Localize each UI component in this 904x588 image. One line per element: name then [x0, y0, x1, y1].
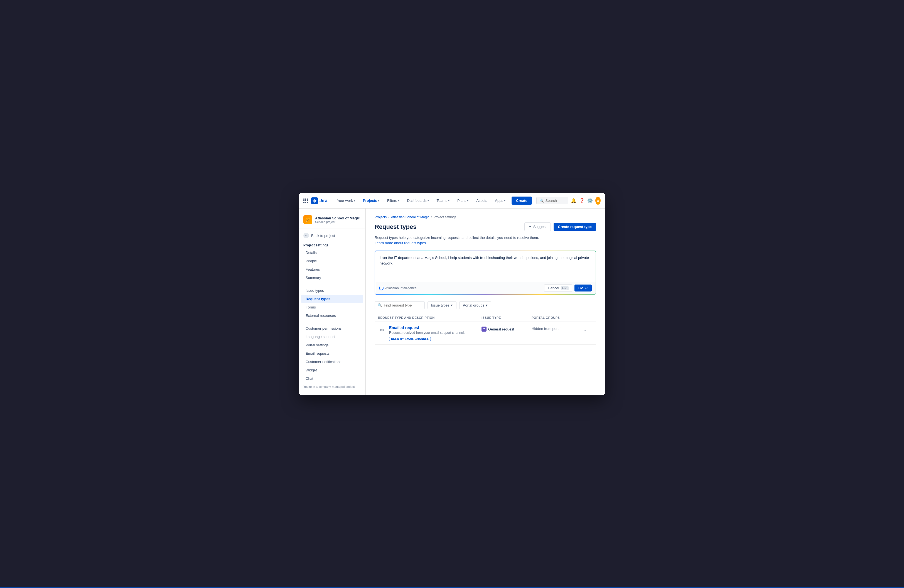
issue-type-icon: ? — [482, 327, 487, 332]
portal-groups-cell: Hidden from portal — [532, 326, 582, 331]
jira-logo[interactable]: Jira — [311, 198, 327, 204]
suggest-button[interactable]: ✦ Suggest — [525, 223, 551, 231]
chevron-down-icon: ▾ — [451, 303, 453, 307]
ai-footer: Atlassian Intelligence Cancel Esc Go ↵ — [375, 282, 596, 294]
breadcrumb-projects[interactable]: Projects — [375, 215, 387, 219]
chevron-down-icon: ▾ — [504, 199, 506, 202]
sidebar: 🪄 Atlassian School of Magic Service proj… — [299, 209, 366, 395]
ai-suggestion-box: I run the IT department at a Magic Schoo… — [375, 251, 596, 294]
search-input[interactable] — [545, 199, 565, 203]
nav-filters[interactable]: Filters ▾ — [384, 197, 402, 204]
filter-row: 🔍 Issue types ▾ Portal groups ▾ — [375, 301, 596, 309]
learn-more-link[interactable]: Learn more about request types. — [375, 241, 596, 245]
breadcrumb-sep-1: / — [388, 215, 389, 219]
used-by-badge: USED BY EMAIL CHANNEL — [389, 337, 431, 341]
project-info: Atlassian School of Magic Service projec… — [315, 216, 360, 224]
chevron-down-icon: ▾ — [378, 199, 379, 202]
create-request-type-button[interactable]: Create request type — [553, 223, 596, 231]
chevron-down-icon: ▾ — [467, 199, 468, 202]
sidebar-item-external-resources[interactable]: External resources — [301, 311, 363, 319]
issue-types-filter-button[interactable]: Issue types ▾ — [428, 301, 457, 309]
sidebar-item-details[interactable]: Details — [301, 249, 363, 257]
email-icon: ✉ — [378, 326, 386, 334]
request-type-search[interactable]: 🔍 — [375, 301, 425, 309]
app-switcher-icon[interactable] — [303, 199, 308, 203]
page-title: Request types — [375, 223, 416, 231]
find-request-type-input[interactable] — [384, 303, 420, 307]
request-type-name[interactable]: Emailed request — [389, 326, 465, 330]
help-icon[interactable]: ❓ — [579, 196, 585, 205]
global-search[interactable]: 🔍 — [536, 197, 568, 204]
avatar[interactable]: U — [595, 197, 601, 205]
sidebar-item-chat[interactable]: Chat — [301, 375, 363, 383]
breadcrumb-sep-2: / — [431, 215, 432, 219]
breadcrumb: Projects / Atlassian School of Magic / P… — [375, 215, 596, 219]
nav-plans[interactable]: Plans ▾ — [455, 197, 471, 204]
request-type-cell: ✉ Emailed request Request received from … — [378, 326, 482, 341]
return-icon: ↵ — [585, 286, 588, 290]
chevron-down-icon: ▾ — [398, 199, 400, 202]
ai-cancel-button[interactable]: Cancel Esc — [544, 284, 572, 292]
sidebar-item-features[interactable]: Features — [301, 266, 363, 273]
nav-projects[interactable]: Projects ▾ — [360, 197, 382, 204]
project-type: Service project — [315, 220, 360, 224]
nav-apps[interactable]: Apps ▾ — [492, 197, 508, 204]
header-actions: ✦ Suggest Create request type — [525, 223, 596, 231]
sidebar-item-people[interactable]: People — [301, 257, 363, 265]
sidebar-item-customer-notifications[interactable]: Customer notifications — [301, 358, 363, 366]
notifications-icon[interactable]: 🔔 — [571, 196, 577, 205]
request-type-description: Request received from your email support… — [389, 331, 465, 335]
sidebar-section-title: Project settings — [299, 241, 365, 248]
issue-type-label: General request — [488, 327, 514, 331]
sidebar-item-portal-settings[interactable]: Portal settings — [301, 341, 363, 349]
back-to-project-button[interactable]: ← Back to project — [299, 231, 365, 240]
main-content: Projects / Atlassian School of Magic / P… — [366, 209, 605, 395]
app-window: Jira Your work ▾ Projects ▾ Filters ▾ Da… — [299, 193, 605, 395]
nav-your-work[interactable]: Your work ▾ — [334, 197, 358, 204]
table-row: ✉ Emailed request Request received from … — [375, 322, 596, 345]
sparkle-icon: ✦ — [529, 224, 532, 229]
sidebar-footer: You're in a company-managed project — [299, 383, 365, 390]
sidebar-item-forms[interactable]: Forms — [301, 303, 363, 311]
sidebar-item-widget[interactable]: Widget — [301, 366, 363, 374]
esc-shortcut-badge: Esc — [561, 286, 569, 290]
ai-textarea[interactable]: I run the IT department at a Magic Schoo… — [375, 251, 596, 281]
ai-loading-spinner — [379, 286, 384, 290]
chevron-down-icon: ▾ — [354, 199, 355, 202]
sidebar-item-summary[interactable]: Summary — [301, 273, 363, 282]
table-header: Request type and description Issue type … — [375, 314, 596, 322]
search-icon: 🔍 — [378, 303, 382, 307]
more-options-button[interactable]: ··· — [582, 326, 589, 334]
sidebar-item-customer-permissions[interactable]: Customer permissions — [301, 324, 363, 332]
breadcrumb-current: Project settings — [433, 215, 456, 219]
page-header: Request types ✦ Suggest Create request t… — [375, 223, 596, 231]
nav-assets[interactable]: Assets — [473, 197, 490, 204]
sidebar-item-email-requests[interactable]: Email requests — [301, 349, 363, 357]
chevron-down-icon: ▾ — [428, 199, 429, 202]
portal-groups-filter-button[interactable]: Portal groups ▾ — [459, 301, 491, 309]
ai-go-button[interactable]: Go ↵ — [574, 285, 592, 291]
sidebar-item-issue-types[interactable]: Issue types — [301, 286, 363, 294]
sidebar-item-language-support[interactable]: Language support — [301, 333, 363, 341]
sidebar-divider-2 — [303, 322, 361, 322]
project-icon: 🪄 — [303, 215, 312, 224]
nav-dashboards[interactable]: Dashboards ▾ — [405, 197, 432, 204]
ai-actions: Cancel Esc Go ↵ — [544, 284, 592, 292]
breadcrumb-project-name[interactable]: Atlassian School of Magic — [391, 215, 429, 219]
ai-brand: Atlassian Intelligence — [379, 286, 417, 290]
search-icon: 🔍 — [539, 199, 544, 203]
settings-icon[interactable]: ⚙️ — [587, 196, 593, 205]
chevron-down-icon: ▾ — [448, 199, 449, 202]
top-navigation: Jira Your work ▾ Projects ▾ Filters ▾ Da… — [299, 193, 605, 209]
nav-teams[interactable]: Teams ▾ — [434, 197, 452, 204]
chevron-down-icon: ▾ — [486, 303, 488, 307]
create-button[interactable]: Create — [512, 196, 532, 205]
issue-type-cell: ? General request — [482, 326, 532, 332]
project-name: Atlassian School of Magic — [315, 216, 360, 220]
project-header: 🪄 Atlassian School of Magic Service proj… — [299, 213, 365, 229]
back-icon: ← — [303, 233, 309, 238]
main-layout: 🪄 Atlassian School of Magic Service proj… — [299, 209, 605, 395]
page-description: Request types help you categorize incomi… — [375, 236, 596, 240]
sidebar-item-request-types[interactable]: Request types — [301, 295, 363, 303]
